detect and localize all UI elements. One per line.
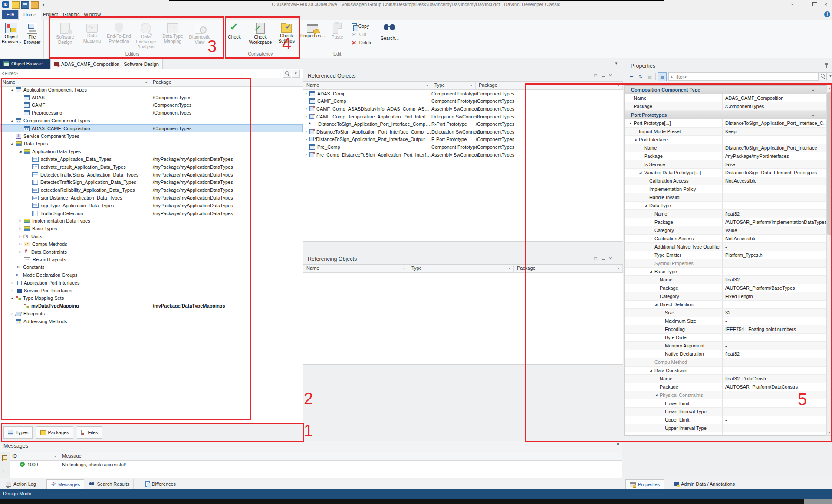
view-tab-packages[interactable]: Packages xyxy=(36,426,73,439)
tree-item-service-component-types[interactable]: Service Component Types xyxy=(0,132,303,140)
tree-item-service-port-interfaces[interactable]: ▷Service Port Interfaces xyxy=(0,287,303,295)
property-value[interactable] xyxy=(723,136,827,144)
view-tab-types[interactable]: Types xyxy=(3,426,33,439)
tree-item-signdistance-application-data-types[interactable]: signDistance_Application_Data_Types/myPa… xyxy=(0,194,303,202)
property-value[interactable]: false xyxy=(723,160,827,168)
categorize-icon[interactable]: ☰ xyxy=(627,72,636,81)
scroll-up-icon[interactable]: ▲ xyxy=(827,85,832,91)
tree-item-detectionreliability-application-data-types[interactable]: detectionReliability_Application_Data_Ty… xyxy=(0,186,303,194)
column-package[interactable]: Package▲ xyxy=(514,265,623,272)
filter-options-chevron[interactable]: ▼ xyxy=(292,70,300,78)
tab-properties[interactable]: Properties xyxy=(625,479,664,489)
object-row-pre-comp[interactable]: ▸Pre_CompComponent Prototype/ComponentTy… xyxy=(303,143,623,151)
minimize-button[interactable]: – xyxy=(798,1,809,8)
maximize-icon[interactable]: ▢ xyxy=(594,73,598,78)
tree-item-application-component-types[interactable]: ◢Application Component Types xyxy=(0,86,303,94)
properties-scrollbar[interactable]: ▲ ▼ xyxy=(826,85,832,436)
property-port-interface[interactable]: ◢Port Interface xyxy=(625,136,827,144)
object-browser-filter-input[interactable] xyxy=(1,69,280,77)
property-name[interactable]: Namefloat32_DataConstr xyxy=(625,375,827,383)
tree-item-detectedtrafficsigns-application-data-types[interactable]: DetectedTrafficSigns_Application_Data_Ty… xyxy=(0,171,303,179)
property-data-type[interactable]: ◢Data Type xyxy=(625,202,827,210)
property-is-service[interactable]: Is Servicefalse xyxy=(625,160,827,169)
property-category[interactable]: CategoryValue xyxy=(625,226,827,235)
property-native-declaration[interactable]: Native Declarationfloat32 xyxy=(625,350,827,358)
closed-expander-icon[interactable]: ▷ xyxy=(17,227,24,230)
property-name[interactable]: NameADAS_CAMF_Composition xyxy=(625,94,827,102)
column-id[interactable]: ID▲ xyxy=(10,452,59,460)
group-icon[interactable]: ▤ xyxy=(645,72,654,81)
property-value[interactable]: DistanceToSign_Data_Element_Prototypes xyxy=(723,169,827,177)
tab-list-chevron-icon[interactable]: ▼ xyxy=(615,62,618,65)
property-value[interactable]: float32 xyxy=(723,350,827,358)
tree-item-addressing-methods[interactable]: Addressing Methods xyxy=(0,317,303,325)
property-direct-definition[interactable]: ◢Direct Definition xyxy=(625,301,827,309)
object-row-pre-comp-distancetosign-application-port[interactable]: ▸Pre_Comp_DistanceToSign_Application_Por… xyxy=(303,151,623,159)
filter-search-button[interactable] xyxy=(283,70,291,78)
copy-button[interactable]: Copy xyxy=(350,23,374,30)
closed-expander-icon[interactable]: ▸ xyxy=(303,153,309,157)
delete-button[interactable]: Delete xyxy=(350,39,374,46)
check-workspace-button[interactable]: Check Workspace xyxy=(248,20,273,45)
search-button[interactable]: Search... xyxy=(377,20,403,41)
object-row-distancetosign-application-port-interfac[interactable]: ▸DistanceToSign_Application_Port_Interfa… xyxy=(303,136,623,144)
open-expander-icon[interactable]: ◢ xyxy=(9,88,16,92)
column-name[interactable]: Name xyxy=(3,79,15,85)
property-calibration-access[interactable]: Calibration AccessNot Accessible xyxy=(625,235,827,243)
tree-item-preprocessing[interactable]: Preprocessing/ComponentTypes xyxy=(0,109,303,117)
open-expander-icon[interactable]: ◢ xyxy=(634,138,636,141)
collapse-icon[interactable]: ▲ xyxy=(812,114,815,117)
property-value[interactable]: - xyxy=(723,334,827,341)
property-value[interactable]: - xyxy=(723,399,827,407)
open-expander-icon[interactable]: ◢ xyxy=(655,393,657,397)
open-expander-icon[interactable]: ◢ xyxy=(9,142,16,145)
property-value[interactable]: Fixed Length xyxy=(723,292,827,300)
property-name[interactable]: NameDistanceToSign_Application_Port_Inte… xyxy=(625,144,827,152)
property-value[interactable]: 32 xyxy=(723,309,827,317)
property-value[interactable]: Value xyxy=(723,226,827,234)
property-implementation-policy[interactable]: Implementation Policy- xyxy=(625,185,827,193)
tree-item-application-data-types[interactable]: ◢Application Data Types xyxy=(0,147,303,155)
open-expander-icon[interactable]: ◢ xyxy=(639,171,641,174)
closed-expander-icon[interactable]: ▸ xyxy=(303,137,309,141)
tree-item-adas-camf-composition[interactable]: ADAS_CAMF_Composition/ComponentTypes xyxy=(0,124,303,132)
column-package[interactable]: Package xyxy=(153,79,171,85)
property-section-composition-component-type[interactable]: Composition Component Type▲ xyxy=(625,85,827,94)
tree-item-base-types[interactable]: ▷Base Types xyxy=(0,225,303,232)
open-expander-icon[interactable]: ◢ xyxy=(9,119,16,122)
tree-item-record-layouts[interactable]: Record Layouts xyxy=(0,256,303,264)
property-maximum-size[interactable]: Maximum Size- xyxy=(625,317,827,325)
restore-button[interactable] xyxy=(809,1,820,8)
closed-expander-icon[interactable]: ▷ xyxy=(9,312,16,315)
closed-expander-icon[interactable]: ▷ xyxy=(17,250,24,254)
property-package[interactable]: Package/myPackage/myPortInterfaces xyxy=(625,152,827,160)
tree-item-units[interactable]: ▷Units xyxy=(0,232,303,240)
check-settings-button[interactable]: Check Settings xyxy=(274,20,299,43)
open-expander-icon[interactable]: ◢ xyxy=(650,369,652,372)
property-value[interactable]: /myPackage/myPortInterfaces xyxy=(723,152,827,160)
closed-expander-icon[interactable]: ▸ xyxy=(303,145,309,149)
property-package[interactable]: Package/AUTOSAR_Platform/ImplementationD… xyxy=(625,218,827,226)
tree-item-data-types[interactable]: ◢Data Types xyxy=(0,140,303,148)
property-package[interactable]: Package/ComponentTypes xyxy=(625,102,827,111)
property-additional-native-type-qualifier[interactable]: Additional Native Type Qualifier- xyxy=(625,243,827,251)
tree-item-application-port-interfaces[interactable]: ▷Application Port Interfaces xyxy=(0,279,303,287)
maximize-icon[interactable]: ▢ xyxy=(594,256,598,261)
closed-expander-icon[interactable]: ▷ xyxy=(9,281,16,285)
property-physical-constraints[interactable]: ◢Physical Constraints- xyxy=(625,391,827,399)
property-symbol-properties[interactable]: Symbol Properties xyxy=(625,259,827,268)
property-variable-data-prototype[interactable]: ◢Variable Data Prototype[...]DistanceToS… xyxy=(625,169,827,177)
open-expander-icon[interactable]: ◢ xyxy=(17,150,24,153)
messages-expander[interactable]: › xyxy=(3,468,4,473)
property-calibration-access[interactable]: Calibration AccessNot Accessible xyxy=(625,177,827,185)
close-button[interactable]: × xyxy=(820,1,832,8)
tree-column-header[interactable]: Name ▲ Package xyxy=(0,78,303,87)
tree-item-trafficsigndetection[interactable]: TrafficSignDetection/myPackage/myApplica… xyxy=(0,209,303,217)
sort-az-icon[interactable]: ⇅ xyxy=(636,72,645,81)
property-value[interactable] xyxy=(723,367,827,374)
tree-item-blueprints[interactable]: ▷Blueprints xyxy=(0,310,303,317)
property-memory-alignment[interactable]: Memory Alignment- xyxy=(625,342,827,350)
property-value[interactable]: - xyxy=(723,424,827,432)
property-value[interactable] xyxy=(723,301,827,308)
tab-messages[interactable]: Messages xyxy=(46,479,84,489)
